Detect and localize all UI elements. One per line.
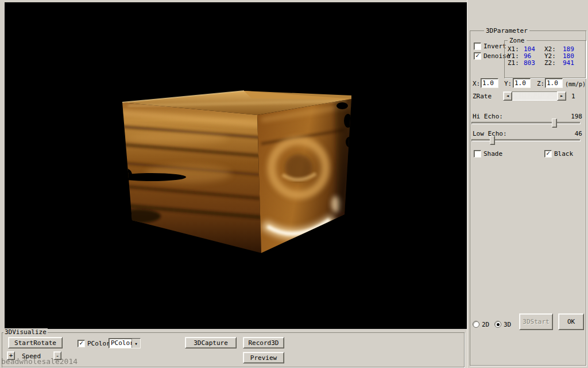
check-icon: ✓ (475, 52, 479, 59)
visualize-group-title: 3DVisualize (3, 328, 48, 336)
hi-echo-slider-track[interactable] (471, 122, 581, 124)
pcolor-checkbox-label: PColor (87, 340, 110, 347)
3dcapture-button[interactable]: 3DCapture (185, 337, 237, 348)
scale-y-input[interactable] (513, 78, 531, 88)
mode-2d-radio[interactable] (473, 321, 479, 328)
zrate-label: ZRate (473, 93, 492, 100)
low-echo-slider[interactable] (471, 136, 581, 145)
pcolor-combobox[interactable]: PColor ▼ (109, 338, 141, 348)
zrate-scroll-right-button[interactable]: ► (557, 91, 566, 101)
parameter-group-title: 3DParameter (484, 27, 529, 34)
ok-button[interactable]: OK (558, 313, 584, 330)
start-rotate-button[interactable]: StartRotate (8, 337, 63, 348)
preview-button[interactable]: Preview (243, 352, 284, 363)
pcolor-combobox-value: PColor (109, 339, 131, 348)
invert-checkbox[interactable] (474, 43, 481, 50)
zone-z2-label: Z2: (544, 59, 556, 67)
scale-unit-label: (mm/p) (565, 80, 586, 88)
pcolor-checkbox[interactable]: ✓ (78, 340, 85, 347)
radio-dot-icon (497, 323, 500, 326)
scroll-right-icon: ► (560, 94, 563, 98)
render-viewport[interactable] (5, 2, 467, 329)
mode-3d-label: 3D (504, 321, 511, 328)
zone-z1-value: 803 (524, 59, 535, 67)
hi-echo-slider[interactable] (471, 118, 581, 128)
3dstart-button[interactable]: 3DStart (519, 313, 553, 330)
ultrasound-3d-volume (5, 2, 467, 329)
shade-checkbox[interactable] (474, 150, 481, 158)
scale-x-input[interactable] (481, 78, 498, 88)
zone-group-title: Zone (508, 37, 527, 44)
scale-z-label: Z: (537, 80, 544, 87)
scale-x-label: X: (473, 80, 480, 87)
black-label: Black (554, 150, 573, 158)
black-checkbox[interactable]: ✓ (544, 150, 552, 158)
mode-3d-radio[interactable] (494, 321, 501, 328)
zrate-scroll-left-button[interactable]: ◄ (503, 91, 512, 101)
record3d-button[interactable]: Record3D (243, 337, 284, 348)
scale-z-input[interactable] (545, 78, 563, 88)
low-echo-slider-thumb[interactable] (490, 136, 495, 145)
zrate-scroll-track[interactable] (512, 91, 557, 101)
watermark-text: beadwholesale2014 (1, 357, 78, 366)
shade-label: Shade (483, 150, 502, 158)
hi-echo-slider-thumb[interactable] (552, 118, 557, 128)
low-echo-slider-track[interactable] (471, 139, 581, 141)
scroll-left-icon: ◄ (506, 94, 509, 98)
mode-2d-label: 2D (482, 321, 489, 328)
parameter-panel: 3DParameter Invert ✓ Denoise Zone X1: 10… (467, 0, 588, 368)
zone-z2-value: 941 (563, 59, 574, 67)
chevron-down-icon: ▼ (135, 342, 137, 346)
zrate-value: 1 (571, 93, 575, 100)
check-icon: ✓ (546, 150, 550, 156)
invert-label: Invert (483, 43, 506, 50)
check-icon: ✓ (79, 340, 83, 346)
zone-z1-label: Z1: (508, 59, 519, 67)
scale-y-label: Y: (504, 80, 512, 87)
zrate-scrollbar[interactable]: ◄ ► (503, 91, 566, 101)
denoise-checkbox[interactable]: ✓ (474, 52, 481, 60)
app-window: 3DParameter Invert ✓ Denoise Zone X1: 10… (0, 0, 588, 368)
pcolor-combobox-arrow-button[interactable]: ▼ (131, 339, 140, 348)
